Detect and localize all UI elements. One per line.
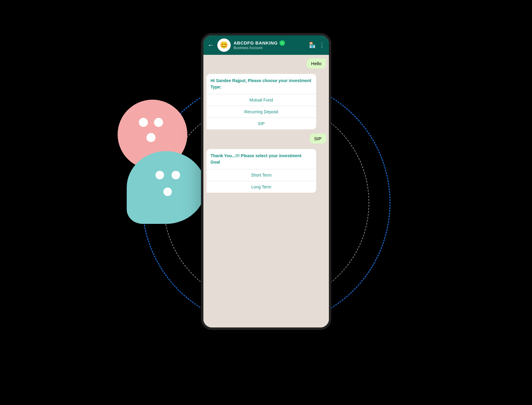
investment-goal-card: Thank You...!!! Please select your inves…	[206, 149, 316, 193]
verified-icon: ✓	[281, 41, 283, 45]
short-term-button[interactable]: Short Term	[206, 169, 316, 181]
teal-dot-1	[156, 171, 164, 179]
sip-reply-bubble: SIP	[310, 134, 326, 144]
mutual-fund-button[interactable]: Mutual Fund	[206, 94, 316, 106]
verified-badge: ✓	[279, 40, 285, 46]
phone-mockup: ← 😊 ABCDFG BANKING ✓ Business Account 🏪 …	[201, 33, 331, 330]
teal-dot-3	[163, 188, 172, 196]
more-options-icon[interactable]: ⋮	[319, 42, 325, 48]
store-icon[interactable]: 🏪	[309, 42, 316, 48]
wa-header: ← 😊 ABCDFG BANKING ✓ Business Account 🏪 …	[203, 35, 329, 55]
investment-goal-text: Thank You...!!! Please select your inves…	[206, 149, 316, 169]
header-icons: 🏪 ⋮	[309, 42, 325, 48]
back-button[interactable]: ←	[208, 41, 214, 49]
teal-bubble-decoration	[127, 151, 206, 224]
avatar-emoji: 😊	[220, 41, 228, 49]
investment-type-text: Hi Sandee Rajput, Please choose your inv…	[206, 74, 316, 94]
sip-reply-row: SIP	[206, 134, 326, 144]
name-row: ABCDFG BANKING ✓	[234, 40, 306, 46]
avatar: 😊	[217, 38, 231, 52]
sip-button[interactable]: SIP	[206, 118, 316, 129]
business-subtitle: Business Account	[234, 46, 306, 50]
pink-dot	[146, 133, 156, 142]
investment-type-card: Hi Sandee Rajput, Please choose your inv…	[206, 74, 316, 129]
hello-message-row: Hello	[206, 58, 326, 68]
long-term-button[interactable]: Long Term	[206, 181, 316, 193]
scene: ← 😊 ABCDFG BANKING ✓ Business Account 🏪 …	[99, 21, 433, 384]
bank-name: ABCDFG BANKING	[234, 40, 278, 45]
teal-dot-2	[172, 171, 180, 179]
hello-bubble: Hello	[307, 58, 326, 68]
recurring-deposit-button[interactable]: Recurring Deposit	[206, 106, 316, 118]
chat-area: Hello Hi Sandee Rajput, Please choose yo…	[203, 55, 329, 327]
name-block: ABCDFG BANKING ✓ Business Account	[234, 40, 306, 50]
